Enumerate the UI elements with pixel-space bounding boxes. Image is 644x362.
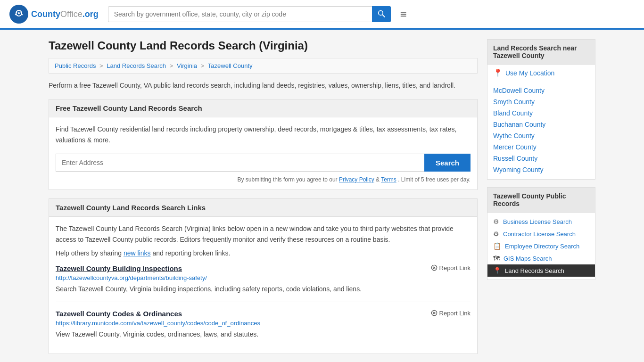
list-item: Russell County — [487, 153, 595, 164]
logo[interactable]: CountyOffice.org — [9, 5, 99, 24]
nearby-mercer[interactable]: Mercer County — [493, 143, 537, 151]
report-icon-1 — [431, 264, 438, 271]
free-search-section: Free Tazewell County Land Records Search… — [49, 99, 478, 190]
links-description: The Tazewell County Land Records Search … — [56, 223, 471, 245]
svg-point-4 — [378, 10, 383, 15]
free-search-desc: Find Tazewell County residential land re… — [56, 124, 471, 145]
search-icon — [378, 10, 385, 17]
list-item: ⚙ Business License Search — [487, 215, 595, 228]
sidebar: Land Records Search near Tazewell County… — [487, 39, 595, 362]
breadcrumb-tazewell[interactable]: Tazewell County — [208, 62, 253, 69]
nearby-russell[interactable]: Russell County — [493, 155, 537, 162]
breadcrumb-land-records[interactable]: Land Records Search — [107, 62, 166, 69]
resource-title-1[interactable]: Tazewell County Building Inspections — [56, 264, 182, 272]
breadcrumb-public-records[interactable]: Public Records — [55, 62, 96, 69]
resource-url-2[interactable]: https://library.municode.com/va/tazewell… — [56, 320, 471, 327]
resource-item: Tazewell County Building Inspections Rep… — [56, 257, 471, 302]
resource-url-1[interactable]: http://tazewellcountyva.org/departments/… — [56, 274, 471, 281]
nearby-mcdowell[interactable]: McDowell County — [493, 87, 545, 94]
search-button[interactable]: Search — [424, 154, 471, 172]
resource-title-2[interactable]: Tazewell County Codes & Ordinances — [56, 310, 182, 318]
list-item: Wythe County — [487, 130, 595, 141]
land-icon: 📍 — [493, 267, 501, 274]
public-records-heading: Tazewell County Public Records — [487, 188, 595, 213]
free-search-body: Find Tazewell County residential land re… — [49, 117, 477, 189]
public-records-section: Tazewell County Public Records ⚙ Busines… — [487, 187, 595, 280]
nearby-buchanan[interactable]: Buchanan County — [493, 121, 545, 128]
breadcrumb-virginia[interactable]: Virginia — [177, 62, 197, 69]
list-item: 📋 Employee Directory Search — [487, 240, 595, 252]
report-link-1[interactable]: Report Link — [431, 264, 471, 272]
list-item: Mercer County — [487, 141, 595, 153]
list-item: Wyoming County — [487, 164, 595, 175]
breadcrumb: Public Records > Land Records Search > V… — [49, 58, 478, 74]
main-container: Tazewell County Land Records Search (Vir… — [39, 30, 605, 362]
gear-icon: ⚙ — [493, 218, 499, 225]
nearby-section: Land Records Search near Tazewell County… — [487, 39, 595, 180]
logo-icon — [9, 5, 28, 24]
use-location[interactable]: 📍 Use My Location — [487, 65, 595, 81]
list-item: Smyth County — [487, 96, 595, 107]
terms-link[interactable]: Terms — [381, 176, 396, 183]
free-search-heading: Free Tazewell County Land Records Search — [49, 99, 477, 117]
nearby-list: McDowell County Smyth County Bland Count… — [487, 81, 595, 179]
gear-icon-2: ⚙ — [493, 230, 499, 238]
hamburger-menu[interactable]: ≡ — [400, 8, 407, 21]
new-links-link[interactable]: new links — [124, 249, 151, 257]
address-search-wrap: Search — [56, 154, 471, 172]
business-license-link[interactable]: Business License Search — [503, 218, 572, 225]
employee-directory-link[interactable]: Employee Directory Search — [505, 243, 579, 250]
svg-line-5 — [382, 15, 385, 17]
list-item: ⚙ Contractor License Search — [487, 228, 595, 240]
page-description: Perform a free Tazewell County, VA publi… — [49, 80, 478, 90]
resource-desc-2: View Tazewell County, Virginia codes, or… — [56, 329, 471, 339]
list-item-active: 📍 Land Records Search — [487, 264, 595, 277]
logo-text: CountyOffice.org — [31, 9, 99, 19]
nearby-smyth[interactable]: Smyth County — [493, 98, 535, 106]
links-heading: Tazewell County Land Records Search Link… — [49, 199, 477, 217]
global-search-wrap — [108, 6, 391, 22]
resource-desc-1: Search Tazewell County, Virginia buildin… — [56, 284, 471, 294]
nearby-wythe[interactable]: Wythe County — [493, 132, 535, 140]
privacy-policy-link[interactable]: Privacy Policy — [339, 176, 374, 183]
links-section: Tazewell County Land Records Search Link… — [49, 198, 478, 354]
global-search-input[interactable] — [108, 6, 391, 22]
list-item: Bland County — [487, 107, 595, 119]
contractor-license-link[interactable]: Contractor License Search — [503, 230, 576, 238]
svg-point-1 — [18, 12, 20, 14]
public-records-list: ⚙ Business License Search ⚙ Contractor L… — [487, 213, 595, 280]
nearby-wyoming[interactable]: Wyoming County — [493, 166, 543, 173]
resource-title-row: Tazewell County Building Inspections Rep… — [56, 264, 471, 272]
list-item: 🗺 GIS Maps Search — [487, 252, 595, 264]
list-item: McDowell County — [487, 85, 595, 96]
global-search-button[interactable] — [372, 6, 391, 22]
address-input[interactable] — [56, 154, 424, 172]
resource-title-row-2: Tazewell County Codes & Ordinances Repor… — [56, 310, 471, 318]
help-text: Help others by sharing new links and rep… — [56, 249, 471, 257]
nearby-heading: Land Records Search near Tazewell County — [487, 40, 595, 65]
page-title: Tazewell County Land Records Search (Vir… — [49, 39, 478, 52]
links-body: The Tazewell County Land Records Search … — [49, 217, 477, 354]
report-link-2[interactable]: Report Link — [431, 310, 471, 317]
land-records-link[interactable]: Land Records Search — [505, 267, 564, 274]
map-icon: 🗺 — [493, 255, 500, 262]
report-icon-2 — [431, 310, 438, 316]
header: CountyOffice.org ≡ — [0, 0, 644, 30]
resource-item-2: Tazewell County Codes & Ordinances Repor… — [56, 302, 471, 347]
pin-icon: 📍 — [493, 68, 503, 77]
nearby-bland[interactable]: Bland County — [493, 109, 533, 117]
form-disclaimer: By submitting this form you agree to our… — [56, 176, 471, 183]
list-item: Buchanan County — [487, 119, 595, 130]
book-icon: 📋 — [493, 242, 501, 250]
gis-maps-link[interactable]: GIS Maps Search — [504, 255, 552, 262]
content-area: Tazewell County Land Records Search (Vir… — [49, 39, 478, 362]
